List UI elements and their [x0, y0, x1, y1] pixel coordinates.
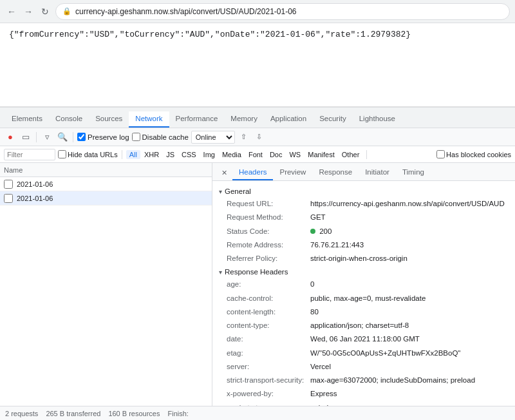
remote-address-label: Remote Address: — [227, 240, 310, 251]
hide-data-urls-label[interactable]: Hide data URLs — [58, 150, 118, 158]
tab-console[interactable]: Console — [49, 111, 89, 128]
response-header-content-length: content-length: 80 — [219, 305, 509, 319]
forward-button[interactable]: → — [22, 5, 35, 18]
response-headers-section-header[interactable]: Response Headers — [219, 265, 509, 278]
details-tab-headers[interactable]: Headers — [232, 166, 273, 180]
response-header-age: age: 0 — [219, 278, 509, 291]
age-value: 0 — [310, 279, 314, 290]
date-label: date: — [227, 334, 310, 345]
filter-types: All XHR JS CSS Img Media Font Doc WS Man… — [126, 150, 363, 159]
disable-cache-label[interactable]: Disable cache — [132, 133, 189, 141]
details-tab-preview[interactable]: Preview — [273, 166, 312, 180]
table-row[interactable]: 2021-01-06 — [0, 191, 212, 205]
import-button[interactable]: ⇧ — [238, 131, 250, 144]
content-type-label: content-type: — [227, 320, 310, 331]
tab-application[interactable]: Application — [264, 111, 313, 128]
details-content: General Request URL: https://currency-ap… — [212, 181, 515, 406]
details-tab-response[interactable]: Response — [312, 166, 359, 180]
filter-type-other[interactable]: Other — [339, 150, 363, 159]
tab-elements[interactable]: Elements — [5, 111, 49, 128]
requests-list: 2021-01-06 2021-01-06 — [0, 177, 212, 406]
preserve-log-label[interactable]: Preserve log — [77, 133, 129, 141]
devtools-panel: Elements Console Sources Network Perform… — [0, 107, 515, 420]
transferred-size: 265 B transferred — [46, 410, 100, 417]
filter-type-img[interactable]: Img — [200, 150, 218, 159]
filter-type-css[interactable]: CSS — [178, 150, 200, 159]
request-name-2: 2021-01-06 — [17, 195, 53, 202]
filter-type-ws[interactable]: WS — [286, 150, 304, 159]
request-url-value: https://currency-api.geshanm.now.sh/api/… — [310, 198, 505, 209]
filter-type-all[interactable]: All — [126, 150, 140, 159]
main-panel: Name 2021-01-06 2021-01-06 ✕ Headers Pre… — [0, 163, 515, 406]
filter-button[interactable]: ▿ — [41, 131, 53, 144]
response-header-cache-control: cache-control: public, max-age=0, must-r… — [219, 292, 509, 305]
tab-network[interactable]: Network — [129, 111, 169, 128]
tab-sources[interactable]: Sources — [89, 111, 129, 128]
devtools-tab-bar: Elements Console Sources Network Perform… — [0, 108, 515, 128]
general-section-header[interactable]: General — [219, 185, 509, 197]
status-bar: 2 requests 265 B transferred 160 B resou… — [0, 406, 515, 420]
preserve-log-checkbox[interactable] — [77, 133, 86, 141]
tab-performance[interactable]: Performance — [169, 111, 225, 128]
server-value: Vercel — [310, 361, 331, 372]
details-tab-initiator[interactable]: Initiator — [359, 166, 396, 180]
etag-label: etag: — [227, 348, 310, 359]
content-length-label: content-length: — [227, 307, 310, 318]
disable-cache-checkbox[interactable] — [132, 133, 140, 141]
page-content: {"fromCurrency":"USD","toCurrency":"AUD"… — [0, 23, 515, 107]
json-response: {"fromCurrency":"USD","toCurrency":"AUD"… — [9, 30, 411, 39]
details-tab-bar: ✕ Headers Preview Response Initiator Tim… — [212, 163, 515, 181]
has-blocked-cookies-checkbox[interactable] — [436, 150, 445, 158]
tab-memory[interactable]: Memory — [224, 111, 264, 128]
filter-type-xhr[interactable]: XHR — [141, 150, 162, 159]
record-button[interactable]: ● — [4, 131, 17, 144]
status-dot — [310, 229, 315, 234]
details-close-button[interactable]: ✕ — [216, 166, 232, 180]
response-header-x-robots-tag: x-robots-tag: noindex — [219, 401, 509, 406]
referrer-policy-value: strict-origin-when-cross-origin — [310, 253, 407, 264]
request-url-row: Request URL: https://currency-api.geshan… — [219, 197, 509, 211]
hide-data-urls-checkbox[interactable] — [58, 150, 66, 158]
sts-label: strict-transport-security: — [227, 375, 310, 386]
referrer-policy-row: Referrer Policy: strict-origin-when-cros… — [219, 252, 509, 265]
response-header-server: server: Vercel — [219, 360, 509, 374]
resources-size: 160 B resources — [108, 410, 160, 417]
response-header-date: date: Wed, 06 Jan 2021 11:18:00 GMT — [219, 332, 509, 346]
row-checkbox-2[interactable] — [4, 194, 13, 203]
reload-button[interactable]: ↻ — [39, 5, 52, 18]
url-text: currency-api.geshanm.now.sh/api/convert/… — [75, 7, 297, 16]
request-method-row: Request Method: GET — [219, 211, 509, 224]
throttle-select[interactable]: Online Fast 3G Slow 3G Offline — [191, 131, 235, 144]
back-button[interactable]: ← — [5, 5, 18, 18]
has-blocked-cookies-label[interactable]: Has blocked cookies — [436, 150, 511, 158]
status-code-label: Status Code: — [227, 226, 310, 237]
tab-security[interactable]: Security — [313, 111, 353, 128]
tab-lighthouse[interactable]: Lighthouse — [353, 111, 402, 128]
details-tab-timing[interactable]: Timing — [396, 166, 431, 180]
filter-type-media[interactable]: Media — [219, 150, 245, 159]
sts-value: max-age=63072000; includeSubDomains; pre… — [310, 375, 475, 386]
filter-type-doc[interactable]: Doc — [267, 150, 286, 159]
address-bar: 🔒 currency-api.geshanm.now.sh/api/conver… — [55, 3, 510, 20]
response-header-sts: strict-transport-security: max-age=63072… — [219, 374, 509, 387]
name-column-header: Name — [4, 166, 23, 174]
filter-type-font[interactable]: Font — [245, 150, 266, 159]
response-header-content-type: content-type: application/json; charset=… — [219, 319, 509, 332]
filter-separator-2 — [366, 150, 367, 159]
filter-input[interactable] — [4, 149, 55, 160]
etag-value: W/"50-0G5cO0ApUsS+ZqUHTbwFXx2BBoQ" — [310, 348, 460, 359]
browser-toolbar: ← → ↻ 🔒 currency-api.geshanm.now.sh/api/… — [0, 0, 515, 23]
filter-type-manifest[interactable]: Manifest — [304, 150, 338, 159]
clear-button[interactable]: ▭ — [19, 131, 32, 144]
request-method-label: Request Method: — [227, 212, 310, 223]
table-row[interactable]: 2021-01-06 — [0, 177, 212, 191]
search-button[interactable]: 🔍 — [56, 131, 69, 144]
request-name-1: 2021-01-06 — [17, 180, 53, 188]
row-checkbox-1[interactable] — [4, 180, 13, 189]
export-button[interactable]: ⇩ — [253, 131, 266, 144]
toolbar-separator-1 — [36, 132, 37, 142]
finish-time: Finish: — [167, 410, 188, 417]
server-label: server: — [227, 361, 310, 372]
x-powered-by-value: Express — [310, 388, 337, 399]
filter-type-js[interactable]: JS — [163, 150, 178, 159]
